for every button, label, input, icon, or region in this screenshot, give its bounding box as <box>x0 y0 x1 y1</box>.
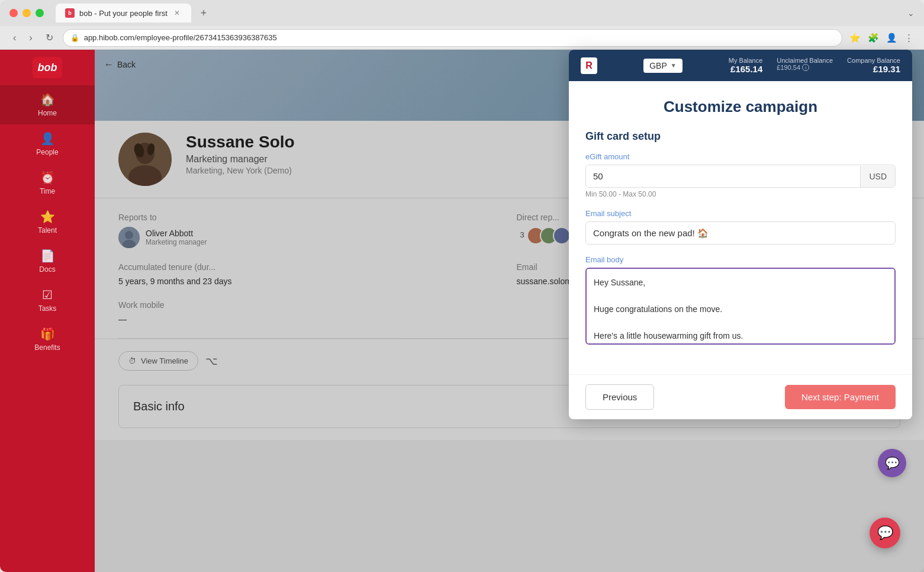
reload-button[interactable]: ↻ <box>42 31 57 44</box>
sidebar-item-talent[interactable]: ⭐ Talent <box>0 203 95 242</box>
currency-suffix: USD <box>860 166 895 187</box>
company-balance-label: Company Balance <box>847 57 900 64</box>
email-body-group: Email body Hey Sussane, Huge congratulat… <box>585 255 896 347</box>
address-bar[interactable]: 🔒 app.hibob.com/employee-profile/2673415… <box>63 29 842 47</box>
forward-nav-button[interactable]: › <box>25 31 36 44</box>
egift-amount-group: eGift amount USD Min 50.00 - Max 50.00 <box>585 152 896 198</box>
egift-input-wrapper: USD <box>585 165 896 188</box>
unclaimed-balance-item: Unclaimed Balance £190.54 i <box>777 57 833 74</box>
sidebar-label-time: Time <box>40 187 55 195</box>
browser-tab[interactable]: b bob - Put your people first ✕ <box>56 4 191 23</box>
bob-logo-icon: bob <box>33 57 62 78</box>
url-text: app.hibob.com/employee-profile/267341536… <box>84 33 835 42</box>
sidebar-logo: bob <box>0 50 95 85</box>
tab-chevron-icon: ⌄ <box>907 8 915 18</box>
sidebar-label-benefits: Benefits <box>34 343 60 352</box>
next-step-payment-button[interactable]: Next step: Payment <box>785 385 896 409</box>
currency-value: GBP <box>649 61 667 70</box>
bob-favicon: b <box>65 8 75 18</box>
docs-icon: 📄 <box>40 249 55 263</box>
benefits-icon: 🎁 <box>40 327 55 341</box>
reward-logo: R <box>581 57 597 74</box>
minimize-traffic-light[interactable] <box>22 9 31 17</box>
home-icon: 🏠 <box>40 92 55 107</box>
unclaimed-balance-label: Unclaimed Balance <box>777 57 833 64</box>
time-icon: ⏰ <box>40 171 55 185</box>
modal-footer: Previous Next step: Payment <box>569 374 912 419</box>
tab-close-button[interactable]: ✕ <box>172 8 182 18</box>
chat-bubble-button[interactable]: 💬 <box>878 449 906 477</box>
browser-titlebar: b bob - Put your people first ✕ + ⌄ <box>0 0 924 26</box>
modal-title: Customize campaign <box>585 98 896 116</box>
company-balance-amount: £19.31 <box>847 64 900 74</box>
tasks-icon: ☑ <box>42 288 53 302</box>
my-balance-label: My Balance <box>729 57 762 64</box>
bookmark-button[interactable]: ⭐ <box>848 31 862 44</box>
my-balance-item: My Balance £165.14 <box>729 57 762 74</box>
email-body-label: Email body <box>585 255 896 264</box>
email-subject-label: Email subject <box>585 209 896 218</box>
sidebar-item-docs[interactable]: 📄 Docs <box>0 242 95 281</box>
red-chat-button[interactable]: 💬 <box>870 518 900 548</box>
sidebar-label-tasks: Tasks <box>38 304 57 313</box>
tab-title: bob - Put your people first <box>79 9 168 18</box>
sidebar-item-benefits[interactable]: 🎁 Benefits <box>0 320 95 359</box>
currency-chevron-icon: ▼ <box>671 62 677 69</box>
red-chat-icon: 💬 <box>877 525 893 541</box>
reward-logo-r-icon: R <box>585 60 593 71</box>
gift-card-setup-title: Gift card setup <box>585 130 896 143</box>
unclaimed-amount: £190.54 <box>777 64 800 71</box>
people-icon: 👤 <box>40 131 55 146</box>
sidebar: bob 🏠 Home 👤 People ⏰ Time ⭐ Talent 📄 Do… <box>0 50 95 572</box>
modal-body: Customize campaign Gift card setup eGift… <box>569 81 912 374</box>
sidebar-label-talent: Talent <box>38 226 57 234</box>
company-balance-item: Company Balance £19.31 <box>847 57 900 74</box>
profile-button[interactable]: 👤 <box>885 31 899 44</box>
new-tab-button[interactable]: + <box>201 7 207 20</box>
sidebar-item-time[interactable]: ⏰ Time <box>0 163 95 203</box>
address-bar-row: ‹ › ↻ 🔒 app.hibob.com/employee-profile/2… <box>0 26 924 50</box>
currency-selector[interactable]: GBP ▼ <box>643 59 682 73</box>
close-traffic-light[interactable] <box>9 9 18 17</box>
extensions-button[interactable]: 🧩 <box>867 31 880 44</box>
sidebar-item-home[interactable]: 🏠 Home <box>0 85 95 124</box>
email-subject-input[interactable] <box>585 221 896 245</box>
my-balance-amount: £165.14 <box>729 64 762 74</box>
balance-group: My Balance £165.14 Unclaimed Balance £19… <box>729 57 900 74</box>
egift-label: eGift amount <box>585 152 896 161</box>
menu-button[interactable]: ⋮ <box>903 31 915 44</box>
email-body-input[interactable]: Hey Sussane, Huge congratulations on the… <box>585 268 896 345</box>
browser-action-buttons: ⭐ 🧩 👤 ⋮ <box>848 31 915 44</box>
sidebar-label-people: People <box>36 148 58 156</box>
sidebar-item-tasks[interactable]: ☑ Tasks <box>0 281 95 320</box>
reward-header-bar: R GBP ▼ My Balance £165.14 Unclaimed Bal… <box>569 50 912 81</box>
egift-hint: Min 50.00 - Max 50.00 <box>585 190 896 198</box>
previous-button[interactable]: Previous <box>585 384 654 410</box>
talent-icon: ⭐ <box>40 210 55 224</box>
customize-campaign-modal: R GBP ▼ My Balance £165.14 Unclaimed Bal… <box>569 50 912 419</box>
sidebar-label-docs: Docs <box>39 265 55 274</box>
back-nav-button[interactable]: ‹ <box>9 31 20 44</box>
unclaimed-balance-info: £190.54 i <box>777 64 833 71</box>
info-circle-icon: i <box>802 64 809 71</box>
egift-amount-input[interactable] <box>586 165 860 187</box>
chat-bubble-icon: 💬 <box>885 456 900 470</box>
maximize-traffic-light[interactable] <box>36 9 44 17</box>
email-subject-group: Email subject <box>585 209 896 245</box>
traffic-lights <box>9 9 44 17</box>
sidebar-item-people[interactable]: 👤 People <box>0 124 95 163</box>
sidebar-label-home: Home <box>38 109 57 117</box>
lock-icon: 🔒 <box>70 34 79 42</box>
